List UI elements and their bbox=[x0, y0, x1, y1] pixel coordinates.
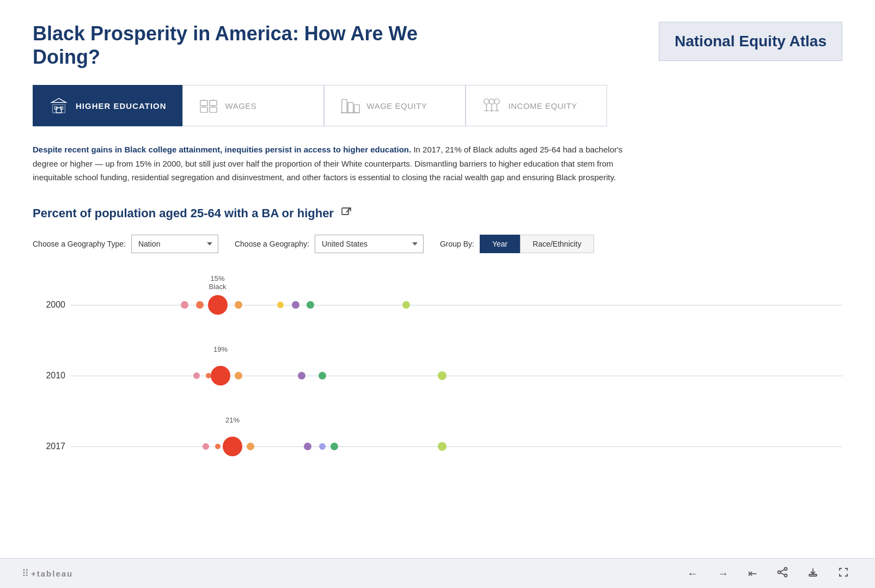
tableau-text: +tableau bbox=[31, 569, 73, 578]
tab-wages[interactable]: WAGES bbox=[182, 85, 324, 126]
year-label-2017: 2017 bbox=[35, 442, 65, 451]
dot-2000-5[interactable] bbox=[292, 301, 299, 309]
year-label-2000: 2000 bbox=[35, 300, 65, 310]
group-by-buttons: Year Race/Ethnicity bbox=[480, 235, 594, 253]
header: Black Prosperity in America: How Are We … bbox=[33, 22, 842, 69]
svg-point-18 bbox=[489, 99, 494, 105]
wage-equity-icon bbox=[340, 95, 360, 116]
higher-education-icon bbox=[48, 95, 69, 116]
svg-rect-32 bbox=[809, 574, 817, 576]
dot-2017-6[interactable] bbox=[331, 443, 338, 450]
description-bold: Despite recent gains in Black college at… bbox=[33, 145, 411, 154]
dot-2017-7[interactable] bbox=[438, 442, 446, 451]
tab-wages-label: WAGES bbox=[225, 101, 257, 111]
footer-nav: ← → ⇤ bbox=[683, 565, 853, 583]
svg-point-28 bbox=[778, 571, 781, 573]
tab-wage-equity-label: WAGE EQUITY bbox=[367, 101, 427, 111]
tooltip-2017: 21% bbox=[225, 416, 240, 424]
svg-point-19 bbox=[494, 99, 499, 105]
main-container: Black Prosperity in America: How Are We … bbox=[0, 0, 875, 498]
svg-rect-7 bbox=[209, 101, 216, 106]
chart-section: Percent of population aged 25-64 with a … bbox=[33, 206, 842, 476]
svg-line-31 bbox=[780, 573, 784, 575]
geography-type-control: Choose a Geography Type: Nation bbox=[33, 235, 218, 253]
tab-higher-education-label: HIGHER EDUCATION bbox=[76, 101, 167, 111]
dot-2000-0[interactable] bbox=[181, 301, 188, 309]
chart-row-2000: 200015%Black bbox=[71, 275, 842, 335]
chart-title: Percent of population aged 25-64 with a … bbox=[33, 206, 334, 220]
footer: ⠿ +tableau ← → ⇤ bbox=[0, 558, 875, 588]
footer-next-button[interactable]: → bbox=[713, 565, 733, 582]
dot-2000-7[interactable] bbox=[402, 301, 410, 309]
dot-2017-4[interactable] bbox=[304, 443, 311, 450]
dot-2000-3[interactable] bbox=[235, 301, 242, 309]
dot-2017-0[interactable] bbox=[203, 443, 209, 450]
group-by-year-button[interactable]: Year bbox=[480, 235, 520, 253]
dot-2017-3[interactable] bbox=[247, 443, 254, 450]
dot-2000-4[interactable] bbox=[277, 302, 284, 308]
group-by-label: Group By: bbox=[440, 240, 474, 248]
tab-wage-equity[interactable]: WAGE EQUITY bbox=[324, 85, 466, 126]
dot-2010-6[interactable] bbox=[438, 371, 446, 380]
chart-title-row: Percent of population aged 25-64 with a … bbox=[33, 206, 842, 221]
svg-rect-5 bbox=[200, 101, 207, 106]
footer-share-button[interactable] bbox=[773, 565, 792, 583]
chart-row-2017: 201721% bbox=[71, 416, 842, 476]
page-title: Black Prosperity in America: How Are We … bbox=[33, 22, 441, 69]
row-line-2017 bbox=[71, 446, 842, 447]
svg-marker-1 bbox=[52, 99, 66, 103]
footer-prev-button[interactable]: ← bbox=[683, 565, 702, 582]
controls-row: Choose a Geography Type: Nation Choose a… bbox=[33, 235, 842, 253]
geography-type-label: Choose a Geography Type: bbox=[33, 240, 126, 248]
dot-2000-2[interactable]: 15%Black bbox=[208, 295, 228, 315]
group-by-control: Group By: Year Race/Ethnicity bbox=[440, 235, 594, 253]
svg-rect-6 bbox=[200, 107, 207, 113]
dot-2017-2[interactable]: 21% bbox=[223, 437, 242, 456]
geography-control: Choose a Geography: United States bbox=[235, 235, 424, 253]
nav-tabs: HIGHER EDUCATION WAGES WAGE EQUI bbox=[33, 85, 842, 126]
tab-higher-education[interactable]: HIGHER EDUCATION bbox=[33, 85, 182, 126]
svg-line-30 bbox=[780, 569, 784, 572]
year-label-2010: 2010 bbox=[35, 371, 65, 381]
footer-fullscreen-button[interactable] bbox=[834, 565, 853, 583]
svg-point-17 bbox=[484, 99, 489, 105]
group-by-ethnicity-button[interactable]: Race/Ethnicity bbox=[520, 235, 593, 253]
geography-label: Choose a Geography: bbox=[235, 240, 309, 248]
svg-rect-8 bbox=[209, 107, 216, 113]
brand-box: National Equity Atlas bbox=[659, 22, 842, 61]
tooltip-2000: 15%Black bbox=[209, 274, 227, 291]
chart-row-2010: 201019% bbox=[71, 346, 842, 406]
geography-type-select[interactable]: Nation bbox=[131, 235, 218, 253]
dot-2017-5[interactable] bbox=[319, 443, 326, 450]
external-link-icon[interactable] bbox=[340, 206, 352, 221]
income-equity-icon bbox=[481, 95, 502, 116]
dot-2017-1[interactable] bbox=[215, 444, 221, 449]
svg-point-27 bbox=[785, 567, 787, 570]
geography-select[interactable]: United States bbox=[315, 235, 424, 253]
dot-2000-1[interactable] bbox=[196, 301, 204, 309]
description-text: Despite recent gains in Black college at… bbox=[33, 143, 632, 185]
tableau-grid-icon: ⠿ bbox=[22, 567, 29, 579]
dot-2010-4[interactable] bbox=[298, 372, 305, 379]
row-line-2010 bbox=[71, 376, 842, 376]
tab-income-equity[interactable]: INCOME EQUITY bbox=[466, 85, 607, 126]
svg-rect-14 bbox=[348, 103, 353, 113]
footer-download-button[interactable] bbox=[803, 565, 823, 583]
wages-icon bbox=[198, 95, 219, 116]
svg-rect-15 bbox=[354, 105, 359, 113]
svg-point-29 bbox=[785, 574, 787, 577]
dot-2010-5[interactable] bbox=[319, 372, 326, 379]
footer-first-button[interactable]: ⇤ bbox=[744, 565, 762, 582]
dot-2010-3[interactable] bbox=[235, 372, 242, 379]
brand-title: National Equity Atlas bbox=[675, 32, 827, 51]
tooltip-2010: 19% bbox=[213, 345, 228, 353]
dot-2000-6[interactable] bbox=[307, 301, 314, 309]
chart-area: 200015%Black201019%201721% bbox=[33, 270, 842, 476]
dot-2010-0[interactable] bbox=[193, 372, 200, 379]
svg-rect-13 bbox=[341, 100, 347, 113]
tableau-logo: ⠿ +tableau bbox=[22, 567, 73, 579]
tab-income-equity-label: INCOME EQUITY bbox=[509, 101, 578, 111]
dot-2010-2[interactable]: 19% bbox=[211, 366, 230, 385]
